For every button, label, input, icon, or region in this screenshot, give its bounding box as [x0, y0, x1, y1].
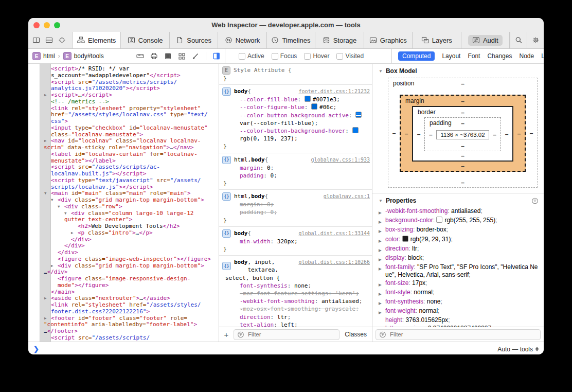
disclosure-down-icon[interactable]: ▼	[58, 204, 64, 210]
pseudo-toggle-visited[interactable]: Visited	[336, 52, 364, 60]
dom-tree-line[interactable]: ▶<div class="grid margin-top margin-bott…	[43, 263, 218, 270]
breadcrumb-item-body-tools[interactable]: body#tools	[74, 52, 104, 60]
disclosure-right-icon[interactable]: ▶	[379, 245, 385, 254]
properties-filter-field[interactable]	[376, 329, 541, 340]
computed-property-row[interactable]: ▶direction: ltr;	[379, 245, 541, 254]
css-declaration[interactable]: --color-button-background-hover:	[222, 127, 370, 135]
css-declaration[interactable]: padding: 0;	[222, 208, 370, 216]
checkbox[interactable]	[304, 53, 311, 60]
pseudo-toggle-active[interactable]: Active	[239, 52, 264, 60]
css-declaration[interactable]: font-synthesis: none;	[222, 282, 370, 290]
css-declaration[interactable]: padding: 0;	[222, 172, 370, 180]
box-model-margin[interactable]: margin– – border– – padding– –	[400, 95, 526, 172]
panel-right-icon[interactable]	[212, 52, 221, 60]
tab-timelines[interactable]: Timelines	[267, 32, 315, 48]
properties-filter-icon[interactable]	[531, 198, 539, 204]
computed-property-row[interactable]: height: 3763.015625px;	[379, 316, 541, 324]
css-declaration[interactable]: -moz-osx-font-smoothing: grayscale;	[222, 305, 370, 313]
dom-tree-line[interactable]: <script src="/assets/scripts/	[43, 335, 218, 342]
disclosure-right-icon[interactable]: ▶	[379, 298, 385, 307]
search-button[interactable]	[510, 32, 527, 48]
content-size[interactable]: 1136 × ~3763.02	[436, 130, 489, 139]
source-link[interactable]: global.dist.css:1:10266	[296, 258, 370, 266]
computed-property-row[interactable]: ▶box-sizing: border-box;	[379, 226, 541, 235]
css-rule[interactable]: {}body {global.dist.css:1:33144min-width…	[219, 227, 372, 256]
disclosure-right-icon[interactable]: ▶	[379, 289, 385, 298]
device-selector[interactable]: Auto — tools	[497, 346, 539, 353]
settings-button[interactable]	[527, 32, 544, 48]
dock-columns-icon[interactable]	[32, 37, 40, 44]
disclosure-down-icon[interactable]: ▼	[44, 190, 51, 197]
computed-property-row[interactable]: ▶font-style: normal;	[379, 289, 541, 298]
computed-property-row[interactable]: ▶color: rgb(29, 29, 31);	[379, 236, 541, 245]
css-declaration[interactable]: min-width: 320px;	[222, 238, 370, 245]
color-swatch[interactable]	[352, 127, 359, 133]
css-rule[interactable]: {}body {footer.dist.css:1:21232--color-f…	[219, 85, 372, 153]
computed-property-row[interactable]: ▶font-size: 17px;	[379, 279, 541, 289]
disclosure-right-icon[interactable]: ▶	[44, 92, 51, 99]
color-swatch[interactable]	[402, 236, 408, 242]
css-declaration[interactable]: -moz-font-feature-settings: 'kern';	[222, 290, 370, 297]
pseudo-toggle-focus[interactable]: Focus	[272, 52, 297, 60]
source-link[interactable]: globalnav.css:1	[320, 192, 370, 200]
sidebar-tab-changes[interactable]: Changes	[487, 52, 512, 60]
properties-filter-input[interactable]	[389, 331, 537, 338]
css-declaration[interactable]: text-align: left;	[222, 321, 370, 327]
styles-filter-input[interactable]	[247, 331, 336, 338]
box-model-padding[interactable]: padding– – 1136 × ~3763.02 – –	[424, 117, 501, 151]
disclosure-right-icon[interactable]: ▶	[379, 236, 385, 245]
disclosure-right-icon[interactable]: ▶	[379, 307, 385, 316]
css-declaration[interactable]: margin: 0;	[222, 164, 370, 172]
tab-sources[interactable]: Sources	[170, 32, 218, 48]
tab-console[interactable]: Console	[121, 32, 169, 48]
css-rule[interactable]: {}html, body {globalnav.css:1:933margin:…	[219, 153, 372, 190]
tab-layers[interactable]: Layers	[413, 32, 461, 48]
brush-icon[interactable]	[192, 52, 200, 60]
tab-storage[interactable]: Storage	[315, 32, 364, 48]
box-model-section-header[interactable]: ▼ Box Model	[372, 64, 544, 77]
disclosure-right-icon[interactable]: ▶	[44, 295, 51, 302]
disclosure-right-icon[interactable]: ▶	[379, 263, 385, 279]
sidebar-tab-layout[interactable]: Layout	[442, 52, 460, 60]
console-prompt-icon[interactable]: ❯	[33, 345, 39, 353]
computed-property-row[interactable]: ▶font-weight: normal;	[379, 307, 541, 316]
sidebar-tab-computed[interactable]: Computed	[398, 51, 435, 61]
css-rule[interactable]: EStyle Attribute {}	[219, 64, 372, 85]
tab-audit[interactable]: Audit	[461, 32, 510, 48]
css-rule[interactable]: {}html, body {globalnav.css:1margin: 0;p…	[219, 190, 372, 227]
css-declaration[interactable]: var(--color-fill-blue);	[222, 119, 370, 127]
disclosure-right-icon[interactable]: ▶	[379, 254, 385, 263]
sidebar-tab-font[interactable]: Font	[468, 52, 480, 60]
tab-network[interactable]: Network	[218, 32, 266, 48]
box-model-position[interactable]: position– – margin– – border– – pad	[388, 78, 538, 188]
properties-section-header[interactable]: ▼ Properties	[372, 193, 544, 206]
checkbox[interactable]	[272, 53, 278, 60]
box-model-border[interactable]: border– – padding– – 1136 × ~3763.02 –	[412, 106, 513, 162]
printer-icon[interactable]	[150, 52, 158, 60]
css-declaration[interactable]: --color-figure-blue: #06c;	[222, 103, 370, 111]
computed-property-row[interactable]: ▶font-family: "SF Pro Text", "SF Pro Ico…	[379, 263, 541, 279]
computed-property-row[interactable]: ▶background-color: rgb(255, 255, 255);	[379, 217, 541, 226]
source-link[interactable]: globalnav.css:1:933	[308, 156, 370, 164]
device-icon[interactable]	[164, 52, 172, 60]
computed-property-row[interactable]: ▶display: block;	[379, 254, 541, 263]
styles-filter-field[interactable]	[234, 329, 339, 340]
tab-elements[interactable]: Elements	[73, 32, 121, 48]
sidebar-tab-node[interactable]: Node	[519, 52, 534, 60]
css-declaration[interactable]: margin: 0;	[222, 201, 370, 208]
computed-property-row[interactable]: ▶font-synthesis: none;	[379, 298, 541, 307]
add-rule-button[interactable]: +	[222, 330, 230, 339]
color-swatch[interactable]	[305, 96, 311, 102]
source-link[interactable]: footer.dist.css:1:21232	[296, 87, 370, 95]
css-rule[interactable]: {}body, input, textarea,global.dist.css:…	[219, 256, 372, 327]
disclosure-down-icon[interactable]: ▼	[51, 197, 58, 204]
ruler-icon[interactable]	[136, 52, 144, 60]
checkbox[interactable]	[336, 53, 343, 60]
classes-button[interactable]: Classes	[343, 331, 369, 338]
grid4-icon[interactable]	[178, 52, 186, 60]
css-declaration[interactable]: --color-button-background-active:	[222, 112, 370, 119]
dom-tree-line[interactable]: href="/assets/styles/localnav.css" type=…	[43, 112, 218, 118]
disclosure-right-icon[interactable]: ▶	[379, 217, 385, 226]
color-swatch[interactable]	[436, 217, 442, 223]
breadcrumb-item-html[interactable]: html	[43, 52, 55, 60]
